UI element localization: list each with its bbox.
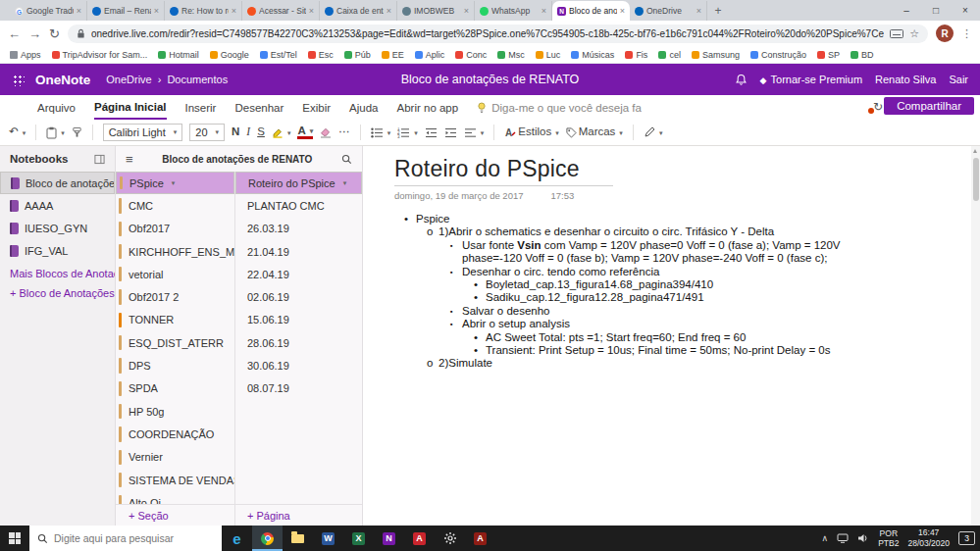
chrome-icon[interactable]	[252, 526, 283, 551]
browser-tab[interactable]: Email – Renato...×	[87, 1, 165, 21]
more-notebooks-link[interactable]: Mais Blocos de Anotaç	[0, 262, 115, 281]
bookmark-item[interactable]: Hotmail	[158, 50, 199, 60]
bookmark-item[interactable]: Samsung	[692, 50, 740, 60]
clock[interactable]: 16:4728/03/2020	[907, 527, 950, 548]
bookmark-item[interactable]: Msc	[497, 50, 525, 60]
bookmark-item[interactable]: Esc	[308, 50, 334, 60]
undo-button[interactable]: ↶	[9, 126, 26, 138]
indent-button[interactable]	[444, 127, 457, 138]
bookmark-item[interactable]: SP	[817, 50, 840, 60]
search-icon[interactable]	[341, 154, 352, 165]
font-color-button[interactable]: NA	[297, 125, 313, 140]
section-item[interactable]: TONNER	[116, 309, 234, 331]
reload-button[interactable]: ↻	[49, 26, 60, 41]
section-item[interactable]: SISTEMA DE VENDAS	[116, 469, 234, 491]
app-launcher-icon[interactable]	[12, 74, 25, 86]
network-icon[interactable]	[837, 533, 849, 543]
start-button[interactable]	[0, 526, 29, 551]
tab-close-icon[interactable]: ×	[620, 6, 625, 16]
acrobat-icon[interactable]	[465, 526, 495, 551]
styles-button[interactable]: AEstilos	[504, 126, 558, 138]
scrollbar[interactable]	[971, 146, 980, 526]
profile-avatar[interactable]: R	[936, 25, 954, 42]
bookmark-item[interactable]: Púb	[344, 50, 371, 60]
bookmark-item[interactable]: EE	[382, 50, 404, 60]
paste-button[interactable]	[46, 126, 65, 139]
share-button[interactable]: Compartilhar	[884, 97, 974, 115]
bookmark-star-icon[interactable]: ☆	[909, 27, 919, 40]
premium-link[interactable]: ◆Tornar-se Premium	[760, 74, 862, 85]
section-item[interactable]: CMC	[116, 194, 234, 217]
section-item[interactable]: ESQ_DIST_ATERR	[116, 331, 234, 354]
bookmark-item[interactable]: cel	[658, 50, 681, 60]
section-item[interactable]: vetorial	[116, 263, 234, 285]
bookmark-item[interactable]: Est/Tel	[260, 50, 297, 60]
bell-icon[interactable]	[735, 74, 748, 86]
bookmark-apps[interactable]: Apps	[10, 50, 41, 60]
tab-close-icon[interactable]: ×	[464, 6, 469, 16]
add-notebook-link[interactable]: + Bloco de Anotações	[0, 281, 115, 301]
more-formatting-button[interactable]: ⋯	[338, 126, 350, 138]
page-item[interactable]: 08.07.19	[235, 377, 362, 400]
section-item[interactable]: DPS	[116, 354, 234, 376]
word-icon[interactable]	[313, 526, 343, 551]
forward-button[interactable]: →	[28, 26, 41, 41]
highlighter-button[interactable]	[272, 126, 291, 138]
tab-close-icon[interactable]: ×	[542, 6, 546, 16]
page-canvas[interactable]: Roteiro do PSpice domingo, 19 de março d…	[363, 146, 980, 526]
add-page-link[interactable]: + Página	[235, 505, 290, 526]
maximize-button[interactable]: □	[921, 0, 951, 21]
hamburger-icon[interactable]: ≡	[126, 152, 133, 167]
close-button[interactable]: ×	[951, 0, 980, 21]
tab-abrir-no-app[interactable]: Abrir no app	[397, 95, 459, 120]
language-indicator[interactable]: PORPTB2	[878, 528, 899, 548]
page-item[interactable]: 02.06.19	[235, 285, 362, 308]
breadcrumb-documentos[interactable]: Documentos	[167, 74, 228, 85]
eraser-button[interactable]	[320, 127, 332, 138]
bookmark-item[interactable]: BD	[851, 50, 874, 60]
bookmark-item[interactable]: Construção	[750, 50, 806, 60]
page-item[interactable]: PLANTAO CMC	[235, 194, 362, 217]
new-tab-button[interactable]: +	[707, 1, 729, 21]
browser-tab[interactable]: Acessar - Site...×	[242, 1, 320, 21]
browser-tab[interactable]: Caixa de entrad...×	[320, 1, 397, 21]
notebook-item[interactable]: Bloco de anotaçõe...	[0, 172, 115, 194]
font-name-select[interactable]: Calibri Light	[103, 124, 183, 141]
back-button[interactable]: ←	[8, 26, 21, 41]
bold-button[interactable]: N	[232, 126, 239, 138]
italic-button[interactable]: I	[246, 126, 250, 138]
tab-ajuda[interactable]: Ajuda	[349, 95, 378, 120]
edge-icon[interactable]	[222, 526, 252, 551]
browser-tab[interactable]: Re: How to rec...×	[165, 1, 242, 21]
browser-tab[interactable]: IMOBWEB×	[397, 1, 475, 21]
scroll-up-icon[interactable]	[973, 149, 977, 153]
tab-arquivo[interactable]: Arquivo	[37, 95, 76, 120]
section-item[interactable]: COORDENAÇÃO	[116, 423, 234, 445]
section-item[interactable]: PSpice	[116, 172, 234, 194]
page-item[interactable]: 22.04.19	[235, 263, 362, 285]
bookmark-item[interactable]: Fis	[625, 50, 647, 60]
bookmark-item[interactable]: Luc	[536, 50, 561, 60]
url-bar[interactable]: onedrive.live.com/redir?resid=C7498577B4…	[68, 25, 928, 43]
tab-inserir[interactable]: Inserir	[185, 95, 217, 120]
settings-gear-icon[interactable]	[435, 526, 465, 551]
tab-close-icon[interactable]: ×	[232, 6, 236, 16]
browser-tab[interactable]: Google Tradut...×	[10, 1, 87, 21]
tray-expand-icon[interactable]: ∧	[822, 533, 829, 543]
bookmark-item[interactable]: Conc	[455, 50, 487, 60]
font-size-select[interactable]: 20	[189, 124, 225, 141]
underline-button[interactable]: S	[257, 126, 265, 138]
action-center-badge[interactable]: 3	[958, 531, 975, 545]
bookmark-item[interactable]: Músicas	[571, 50, 614, 60]
tab-close-icon[interactable]: ×	[77, 6, 81, 16]
bullets-button[interactable]	[371, 127, 391, 138]
format-painter-button[interactable]	[72, 126, 82, 138]
tab-close-icon[interactable]: ×	[309, 6, 314, 16]
section-item[interactable]: Alto Oi	[116, 491, 234, 504]
section-item[interactable]: Obf2017 2	[116, 285, 234, 308]
tab-close-icon[interactable]: ×	[696, 6, 701, 16]
taskbar-search[interactable]	[29, 526, 222, 551]
browser-menu-icon[interactable]: ⋮	[961, 27, 972, 40]
scrollbar-thumb[interactable]	[973, 158, 979, 201]
page-item[interactable]: 30.06.19	[235, 354, 362, 376]
